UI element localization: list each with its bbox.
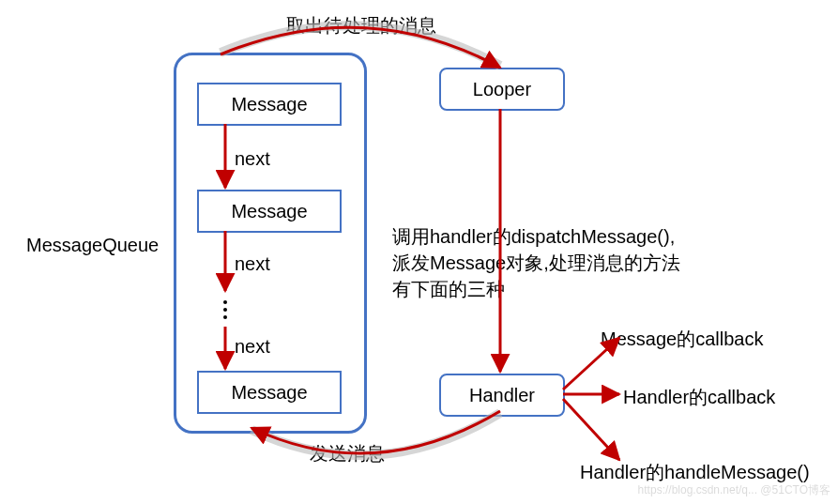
bottom-arrow-label: 发送消息 bbox=[310, 441, 385, 466]
looper-box: Looper bbox=[439, 68, 565, 111]
desc-line-3: 有下面的三种 bbox=[392, 276, 680, 302]
outcome-3: Handler的handleMessage() bbox=[580, 460, 810, 485]
handler-box: Handler bbox=[439, 374, 565, 417]
dispatch-description: 调用handler的dispatchMessage(), 派发Message对象… bbox=[392, 223, 680, 302]
message-text-1: Message bbox=[231, 94, 307, 115]
outcome-1: Message的callback bbox=[601, 327, 763, 352]
svg-line-9 bbox=[563, 399, 619, 460]
desc-line-1: 调用handler的dispatchMessage(), bbox=[392, 223, 680, 250]
watermark-text: https://blog.csdn.net/q... @51CTO博客 bbox=[638, 482, 830, 498]
next-label-2: next bbox=[235, 253, 270, 275]
desc-line-2: 派发Message对象,处理消息的方法 bbox=[392, 250, 680, 276]
message-queue-label: MessageQueue bbox=[26, 235, 159, 256]
top-arrow-label: 取出待处理的消息 bbox=[286, 13, 436, 38]
next-label-1: next bbox=[235, 148, 270, 170]
next-label-3: next bbox=[235, 336, 270, 358]
looper-text: Looper bbox=[473, 79, 531, 100]
message-text-2: Message bbox=[231, 201, 307, 222]
handler-text: Handler bbox=[469, 385, 535, 406]
message-box-1: Message bbox=[197, 83, 342, 126]
message-box-3: Message bbox=[197, 371, 342, 414]
message-text-3: Message bbox=[231, 382, 307, 404]
message-box-2: Message bbox=[197, 190, 342, 233]
outcome-2: Handler的callback bbox=[623, 385, 775, 410]
